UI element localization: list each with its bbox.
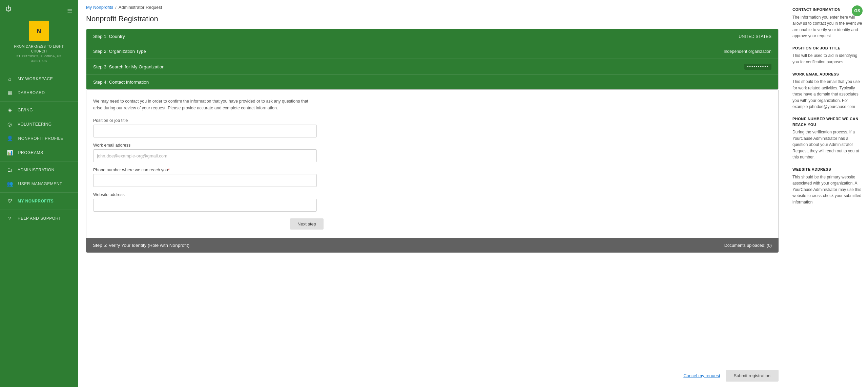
position-field-group: Position or job title bbox=[93, 118, 771, 137]
breadcrumb-current: Administrator Request bbox=[119, 5, 162, 10]
step-3-label: Step 3: Search for My Organization bbox=[93, 64, 165, 69]
phone-input[interactable] bbox=[93, 174, 317, 187]
info-position: POSITION OR JOB TITLE This will be used … bbox=[792, 45, 863, 65]
position-input[interactable] bbox=[93, 125, 317, 137]
step-5-label: Step 5: Verify Your Identity (Role with … bbox=[93, 243, 189, 248]
next-step-row: Next step bbox=[93, 218, 324, 230]
work-email-field-group: Work email address bbox=[93, 143, 771, 162]
sidebar-item-giving[interactable]: ◈ Giving bbox=[0, 103, 78, 117]
main-content: My Nonprofits / Administrator Request No… bbox=[78, 0, 787, 387]
step-1-label: Step 1: Country bbox=[93, 34, 125, 39]
sidebar-label-help-support: Help and Support bbox=[18, 216, 61, 221]
volunteering-icon: ◎ bbox=[7, 121, 13, 127]
step-1-value: UNITED STATES bbox=[739, 34, 771, 39]
sidebar-item-administration[interactable]: 🗂 Administration bbox=[0, 163, 78, 177]
required-marker: * bbox=[168, 168, 170, 172]
sidebar-label-administration: Administration bbox=[18, 168, 55, 172]
step-2-value: Independent organization bbox=[724, 49, 771, 54]
step-2-row[interactable]: Step 2: Organization Type Independent or… bbox=[86, 44, 778, 59]
user-management-icon: 👥 bbox=[7, 181, 14, 187]
sidebar-item-nonprofit-profile[interactable]: 👤 Nonprofit Profile bbox=[0, 131, 78, 146]
work-email-input[interactable] bbox=[93, 149, 317, 162]
help-support-icon: ? bbox=[7, 215, 13, 221]
programs-icon: 📊 bbox=[7, 150, 14, 156]
work-email-label: Work email address bbox=[93, 143, 771, 148]
sidebar-top: ⏻ GS ☰ N FROM DARKNESS TO LIGHTCHURCHST … bbox=[0, 0, 78, 69]
sidebar-item-my-nonprofits[interactable]: ♡ My Nonprofits bbox=[0, 194, 78, 208]
workspace-icon: ⌂ bbox=[7, 76, 13, 82]
info-website: WEBSITE ADDRESS This should be the prima… bbox=[792, 167, 863, 205]
step-5-value: Documents uploaded: (0) bbox=[724, 243, 772, 248]
cancel-button[interactable]: Cancel my request bbox=[683, 373, 720, 378]
website-input[interactable] bbox=[93, 199, 317, 212]
website-field-group: Website address bbox=[93, 192, 771, 212]
position-label: Position or job title bbox=[93, 118, 771, 123]
org-name: FROM DARKNESS TO LIGHTCHURCHST PATRICK'S… bbox=[14, 44, 64, 63]
info-work-email-text: This should be the email that you use fo… bbox=[792, 79, 863, 110]
sidebar-item-programs[interactable]: 📊 Programs bbox=[0, 146, 78, 160]
breadcrumb: My Nonprofits / Administrator Request bbox=[78, 0, 787, 10]
step-4-label: Step 4: Contact Information bbox=[93, 80, 149, 85]
website-label: Website address bbox=[93, 192, 771, 197]
phone-label: Phone number where we can reach you* bbox=[93, 168, 771, 172]
info-phone-text: During the verification process, if a Yo… bbox=[792, 129, 863, 160]
step-4-row[interactable]: Step 4: Contact Information bbox=[86, 75, 778, 89]
info-work-email-title: WORK EMAIL ADDRESS bbox=[792, 71, 863, 77]
sidebar: ⏻ GS ☰ N FROM DARKNESS TO LIGHTCHURCHST … bbox=[0, 0, 78, 387]
sidebar-label-nonprofit-profile: Nonprofit Profile bbox=[18, 136, 64, 141]
info-phone: PHONE NUMBER WHERE WE CAN REACH YOU Duri… bbox=[792, 116, 863, 160]
form-intro-text: We may need to contact you in order to c… bbox=[93, 98, 317, 111]
power-icon[interactable]: ⏻ bbox=[5, 5, 12, 13]
sidebar-label-workspace: My Workspace bbox=[18, 77, 53, 81]
sidebar-label-my-nonprofits: My Nonprofits bbox=[18, 199, 54, 203]
step-5-row[interactable]: Step 5: Verify Your Identity (Role with … bbox=[86, 238, 779, 253]
breadcrumb-link[interactable]: My Nonprofits bbox=[86, 5, 113, 10]
svg-text:N: N bbox=[37, 28, 41, 35]
contact-form-section: We may need to contact you in order to c… bbox=[86, 90, 779, 238]
phone-field-group: Phone number where we can reach you* bbox=[93, 168, 771, 187]
administration-icon: 🗂 bbox=[7, 167, 13, 173]
sidebar-label-programs: Programs bbox=[18, 150, 43, 155]
next-step-button[interactable]: Next step bbox=[290, 218, 324, 230]
sidebar-item-help-support[interactable]: ? Help and Support bbox=[0, 211, 78, 225]
org-avatar: N bbox=[29, 21, 49, 41]
info-website-title: WEBSITE ADDRESS bbox=[792, 167, 863, 172]
sidebar-label-volunteering: Volunteering bbox=[18, 122, 52, 127]
giving-icon: ◈ bbox=[7, 107, 13, 113]
submit-registration-button[interactable]: Submit registration bbox=[726, 370, 779, 382]
info-website-text: This should be the primary website assoc… bbox=[792, 174, 863, 206]
info-phone-title: PHONE NUMBER WHERE WE CAN REACH YOU bbox=[792, 116, 863, 127]
my-nonprofits-icon: ♡ bbox=[7, 198, 13, 204]
info-contact-text: The information you enter here will allo… bbox=[792, 14, 863, 39]
info-position-title: POSITION OR JOB TITLE bbox=[792, 45, 863, 51]
sidebar-nav: ⌂ My Workspace ▦ Dashboard ◈ Giving ◎ Vo… bbox=[0, 69, 78, 387]
step-1-row[interactable]: Step 1: Country UNITED STATES bbox=[86, 29, 778, 44]
step-3-value: •••••••••• bbox=[744, 64, 771, 70]
nonprofit-profile-icon: 👤 bbox=[7, 135, 14, 142]
hamburger-icon[interactable]: ☰ bbox=[67, 7, 73, 15]
sidebar-item-user-management[interactable]: 👥 User Management bbox=[0, 177, 78, 191]
right-info-panel: CONTACT INFORMATION The information you … bbox=[787, 0, 868, 387]
breadcrumb-separator: / bbox=[115, 5, 117, 10]
step-2-label: Step 2: Organization Type bbox=[93, 49, 146, 54]
step-3-row[interactable]: Step 3: Search for My Organization •••••… bbox=[86, 59, 778, 75]
dashboard-icon: ▦ bbox=[7, 90, 13, 96]
sidebar-label-giving: Giving bbox=[18, 108, 33, 112]
sidebar-item-volunteering[interactable]: ◎ Volunteering bbox=[0, 117, 78, 131]
steps-container: Step 1: Country UNITED STATES Step 2: Or… bbox=[86, 29, 779, 90]
sidebar-item-dashboard[interactable]: ▦ Dashboard bbox=[0, 86, 78, 100]
sidebar-label-user-management: User Management bbox=[18, 181, 62, 186]
bottom-action-bar: Cancel my request Submit registration bbox=[78, 364, 787, 387]
sidebar-label-dashboard: Dashboard bbox=[18, 90, 45, 95]
page-title: Nonprofit Registration bbox=[78, 10, 787, 29]
info-work-email: WORK EMAIL ADDRESS This should be the em… bbox=[792, 71, 863, 110]
info-position-text: This will be used to aid in identifying … bbox=[792, 52, 863, 65]
sidebar-item-workspace[interactable]: ⌂ My Workspace bbox=[0, 72, 78, 86]
